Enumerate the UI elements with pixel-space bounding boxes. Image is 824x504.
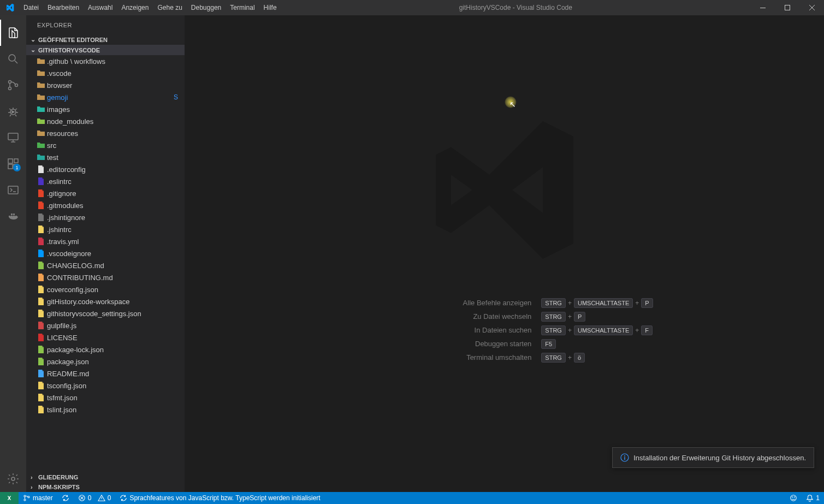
tree-row[interactable]: LICENSE: [26, 331, 185, 343]
svg-point-15: [624, 455, 625, 456]
remote-indicator[interactable]: [0, 492, 19, 504]
activitybar: 1: [0, 15, 26, 492]
tree-row[interactable]: .gitignore: [26, 187, 185, 199]
tree-row[interactable]: CHANGELOG.md: [26, 259, 185, 271]
keycap: STRG: [541, 312, 566, 322]
tree-row[interactable]: .eslintrc: [26, 175, 185, 187]
activity-console-icon[interactable]: [0, 177, 26, 203]
keycap: P: [574, 312, 585, 322]
section-outline-label: GLIEDERUNG: [38, 474, 78, 481]
sync-button[interactable]: [57, 494, 74, 502]
file-icon: [35, 189, 47, 198]
file-label: package.json: [47, 358, 185, 366]
tree-row[interactable]: images: [26, 103, 185, 115]
menu-gehezu[interactable]: Gehe zu: [153, 4, 186, 11]
tree-row[interactable]: tsfmt.json: [26, 392, 185, 404]
file-icon: [35, 381, 47, 390]
tree-row[interactable]: .gitmodules: [26, 199, 185, 211]
svg-rect-12: [8, 186, 18, 194]
notification-toast[interactable]: Installation der Erweiterung Git History…: [612, 447, 814, 468]
problems-indicator[interactable]: 0 0: [74, 494, 116, 502]
tree-row[interactable]: tslint.json: [26, 404, 185, 416]
git-branch[interactable]: master: [19, 494, 57, 502]
menu-auswahl[interactable]: Auswahl: [84, 4, 117, 11]
activity-extensions-icon[interactable]: 1: [0, 151, 26, 177]
file-icon: [35, 333, 47, 342]
tree-row[interactable]: gemojiS: [26, 91, 185, 103]
file-icon: [35, 177, 47, 186]
feedback-icon[interactable]: [785, 494, 802, 502]
close-button[interactable]: [799, 0, 824, 15]
notifications-bell[interactable]: 1: [802, 494, 824, 502]
keyboard-shortcuts-hints: Alle Befehle anzeigenSTRG+UMSCHALTTASTE+…: [354, 293, 654, 367]
activity-docker-icon[interactable]: [0, 203, 26, 229]
file-label: gemoji: [47, 93, 174, 102]
maximize-button[interactable]: [775, 0, 799, 15]
tree-row[interactable]: .vscode: [26, 67, 185, 79]
tree-row[interactable]: .travis.yml: [26, 235, 185, 247]
tree-row[interactable]: package-lock.json: [26, 343, 185, 355]
tree-row[interactable]: .editorconfig: [26, 163, 185, 175]
tree-row[interactable]: package.json: [26, 355, 185, 367]
cursor-icon: ↖: [509, 100, 516, 109]
activity-explorer-icon[interactable]: [0, 20, 26, 46]
section-project[interactable]: ⌄GITHISTORYVSCODE: [26, 45, 185, 55]
statusbar: master 0 0 Sprachfeatures von JavaScript…: [0, 492, 824, 504]
tree-row[interactable]: node_modules: [26, 115, 185, 127]
svg-point-3: [9, 81, 11, 84]
activity-scm-icon[interactable]: [0, 72, 26, 98]
file-icon: [35, 261, 47, 270]
file-icon: [35, 141, 47, 150]
tree-row[interactable]: .jshintrc: [26, 223, 185, 235]
tree-row[interactable]: .github \ workflows: [26, 55, 185, 67]
svg-rect-11: [14, 159, 18, 163]
tree-row[interactable]: README.md: [26, 367, 185, 380]
settings-gear-icon[interactable]: [0, 466, 26, 492]
tree-row[interactable]: resources: [26, 127, 185, 139]
toast-message: Installation der Erweiterung Git History…: [633, 454, 806, 462]
menu-bearbeiten[interactable]: Bearbeiten: [43, 4, 84, 11]
svg-point-19: [28, 496, 29, 498]
tree-row[interactable]: src: [26, 139, 185, 151]
tree-row[interactable]: githistoryvscode_settings.json: [26, 307, 185, 319]
tree-row[interactable]: coverconfig.json: [26, 283, 185, 295]
file-icon: [35, 321, 47, 330]
file-label: .gitmodules: [47, 201, 185, 210]
titlebar: Datei Bearbeiten Auswahl Anzeigen Gehe z…: [0, 0, 824, 15]
tree-row[interactable]: browser: [26, 79, 185, 91]
activity-debug-icon[interactable]: [0, 98, 26, 124]
tree-row[interactable]: .jshintignore: [26, 211, 185, 223]
menu-hilfe[interactable]: Hilfe: [259, 4, 281, 11]
file-label: images: [47, 105, 185, 114]
notification-count: 1: [816, 494, 820, 502]
tree-row[interactable]: tsconfig.json: [26, 380, 185, 392]
language-status[interactable]: Sprachfeatures von JavaScript bzw. TypeS…: [115, 494, 324, 502]
menu-anzeigen[interactable]: Anzeigen: [117, 4, 153, 11]
activity-remote-icon[interactable]: [0, 124, 26, 151]
editor-welcome: ↖ Alle Befehle anzeigenSTRG+UMSCHALTTAST…: [185, 15, 824, 492]
menu-terminal[interactable]: Terminal: [226, 4, 259, 11]
file-label: test: [47, 153, 185, 162]
file-icon: [35, 93, 47, 102]
section-npm[interactable]: ›NPM-SKRIPTS: [26, 482, 185, 492]
activity-search-icon[interactable]: [0, 46, 26, 72]
error-count: 0: [88, 494, 92, 502]
svg-rect-9: [8, 164, 13, 169]
file-label: package-lock.json: [47, 346, 185, 354]
tree-row[interactable]: .vscodeignore: [26, 247, 185, 259]
file-icon: [35, 213, 47, 222]
svg-rect-8: [8, 159, 13, 163]
tree-row[interactable]: gulpfile.js: [26, 319, 185, 331]
file-label: .github \ workflows: [47, 57, 185, 66]
section-outline[interactable]: ›GLIEDERUNG: [26, 472, 185, 482]
section-open-editors[interactable]: ⌄GEÖFFNETE EDITOREN: [26, 34, 185, 45]
minimize-button[interactable]: [750, 0, 775, 15]
tree-row[interactable]: CONTRIBUTING.md: [26, 271, 185, 283]
file-label: .editorconfig: [47, 165, 185, 174]
menu-debuggen[interactable]: Debuggen: [187, 4, 226, 11]
file-label: CONTRIBUTING.md: [47, 274, 185, 282]
file-icon: [35, 201, 47, 210]
menu-datei[interactable]: Datei: [19, 4, 43, 11]
tree-row[interactable]: test: [26, 151, 185, 163]
tree-row[interactable]: gitHistory.code-workspace: [26, 295, 185, 307]
